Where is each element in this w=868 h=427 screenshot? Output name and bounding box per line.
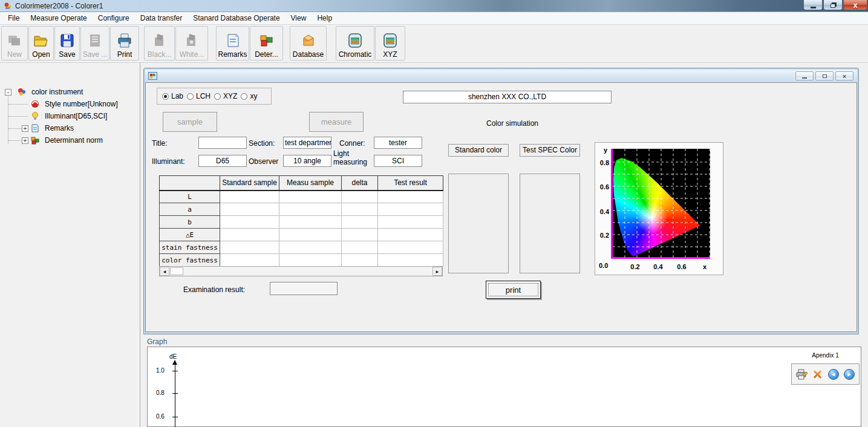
graph-axis-label: dE [169, 353, 177, 360]
toolbar-black-button[interactable]: Black... [144, 26, 175, 60]
measurement-window-titlebar[interactable]: × [145, 70, 857, 82]
table-cell[interactable] [378, 229, 443, 241]
minimize-icon [802, 77, 807, 79]
table-cell[interactable] [378, 203, 443, 216]
menu-help[interactable]: Help [312, 13, 338, 24]
appendix-toolbar: ◄ ► [791, 363, 860, 385]
previous-button[interactable]: ◄ [826, 367, 841, 382]
table-cell[interactable] [279, 216, 342, 229]
light-measuring-field[interactable]: SCI [374, 155, 422, 167]
table-cell[interactable] [378, 216, 443, 229]
section-field[interactable]: test department [283, 137, 331, 149]
expand-icon[interactable]: + [22, 125, 28, 132]
illuminant-field[interactable]: D65 [198, 155, 247, 167]
toolbar-determinant-button[interactable]: Deter... [250, 26, 283, 60]
table-cell[interactable] [378, 241, 443, 254]
child-restore-button[interactable] [815, 71, 834, 80]
y-tick: 0.8 [596, 159, 609, 166]
table-cell[interactable] [342, 229, 378, 241]
menu-file[interactable]: File [2, 13, 25, 24]
light-measuring-label: Light measuring [333, 149, 371, 166]
close-button[interactable]: x [843, 0, 867, 10]
scrollbar-thumb[interactable] [170, 267, 183, 275]
radio-lch[interactable]: LCH [187, 92, 210, 100]
table-cell[interactable] [279, 254, 342, 267]
table-cell[interactable] [279, 191, 342, 203]
table-cell[interactable] [220, 241, 279, 254]
scroll-right-icon[interactable]: ► [432, 267, 442, 276]
radio-xy[interactable]: xy [241, 92, 257, 100]
next-button[interactable]: ► [842, 367, 857, 382]
tree-item-style-number[interactable]: Style number[Unknow] [0, 98, 140, 110]
radio-xyz[interactable]: XYZ [214, 92, 237, 100]
chromatic-stripes-icon [347, 31, 364, 50]
style-number-icon [30, 99, 40, 109]
menu-view[interactable]: View [286, 13, 312, 24]
toolbar-new-button[interactable]: New [1, 26, 28, 60]
toolbar-database-button[interactable]: Database [290, 26, 327, 60]
radio-lab[interactable]: Lab [162, 92, 183, 100]
table-cell[interactable] [220, 216, 279, 229]
minimize-button[interactable] [803, 0, 823, 10]
title-label: Title: [152, 139, 194, 148]
tree-item-determinant-norm[interactable]: + Determinant norm [0, 134, 140, 146]
table-cell[interactable] [220, 191, 279, 203]
row-label-a: a [160, 203, 220, 216]
toolbar-white-button[interactable]: White... [175, 26, 208, 60]
child-close-button[interactable]: × [835, 71, 853, 80]
table-cell[interactable] [220, 254, 279, 267]
tree-item-color-instrument[interactable]: - color instrument [0, 86, 140, 98]
save-floppy-icon [59, 31, 75, 50]
toolbar-xyz-button[interactable]: XYZ [375, 26, 405, 60]
test-spec-color-label: Test SPEC Color [520, 144, 580, 157]
title-field[interactable] [198, 137, 247, 149]
table-cell[interactable] [342, 191, 378, 203]
toolbar-remarks-button[interactable]: Remarks [216, 26, 249, 60]
scroll-left-icon[interactable]: ◄ [160, 267, 169, 276]
table-cell[interactable] [378, 191, 443, 203]
report-print-button[interactable] [794, 367, 809, 382]
child-minimize-button[interactable] [795, 71, 814, 80]
toolbar-save-as-button[interactable]: Save ... [80, 26, 109, 60]
tree-item-remarks[interactable]: + Remarks [0, 122, 140, 134]
table-cell[interactable] [342, 203, 378, 216]
menu-standard-database-operate[interactable]: Stanard Database Operate [188, 13, 285, 24]
measure-button[interactable]: measure [309, 112, 364, 132]
table-cell[interactable] [378, 254, 443, 267]
company-name-field[interactable]: shenzhen XXX CO.,LTD [403, 91, 612, 103]
table-cell[interactable] [279, 203, 342, 216]
tree-item-illuminant[interactable]: Illuminant[D65,SCI] [0, 110, 140, 122]
row-label-L: L [160, 191, 220, 203]
expand-icon[interactable]: + [22, 137, 28, 144]
table-cell[interactable] [342, 254, 378, 267]
table-cell[interactable] [220, 203, 279, 216]
restore-icon [830, 4, 835, 8]
conner-field[interactable]: tester [374, 137, 422, 149]
remarks-notepad-icon [225, 31, 241, 50]
toolbar-chromatic-button[interactable]: Chromatic [336, 26, 374, 60]
toolbar-open-button[interactable]: Open [28, 26, 54, 60]
print-button[interactable]: print [486, 281, 541, 299]
table-cell[interactable] [279, 241, 342, 254]
observer-field[interactable]: 10 angle [283, 155, 331, 167]
table-horizontal-scrollbar[interactable]: ◄ ► [159, 266, 443, 276]
examination-result-field[interactable] [270, 282, 338, 295]
toolbar-save-button[interactable]: Save [54, 26, 80, 60]
table-cell[interactable] [220, 229, 279, 241]
sample-button[interactable]: sample [163, 112, 217, 132]
restore-button[interactable] [823, 0, 843, 10]
illuminant-label: Illuminant: [152, 157, 197, 166]
table-row: b [160, 216, 443, 229]
menu-measure-operate[interactable]: Measure Operate [25, 13, 92, 24]
menu-configure[interactable]: Configure [93, 13, 135, 24]
toolbar-print-button[interactable]: Print [110, 26, 139, 60]
collapse-icon[interactable]: - [5, 89, 11, 96]
color-simulation-label: Color simulation [448, 119, 576, 128]
tools-button[interactable] [810, 367, 824, 382]
table-cell[interactable] [279, 229, 342, 241]
tree-item-label: Remarks [45, 124, 74, 132]
menu-data-transfer[interactable]: Data transfer [135, 13, 188, 24]
table-cell[interactable] [342, 216, 378, 229]
table-cell[interactable] [342, 241, 378, 254]
radio-lch-circle [187, 93, 194, 100]
